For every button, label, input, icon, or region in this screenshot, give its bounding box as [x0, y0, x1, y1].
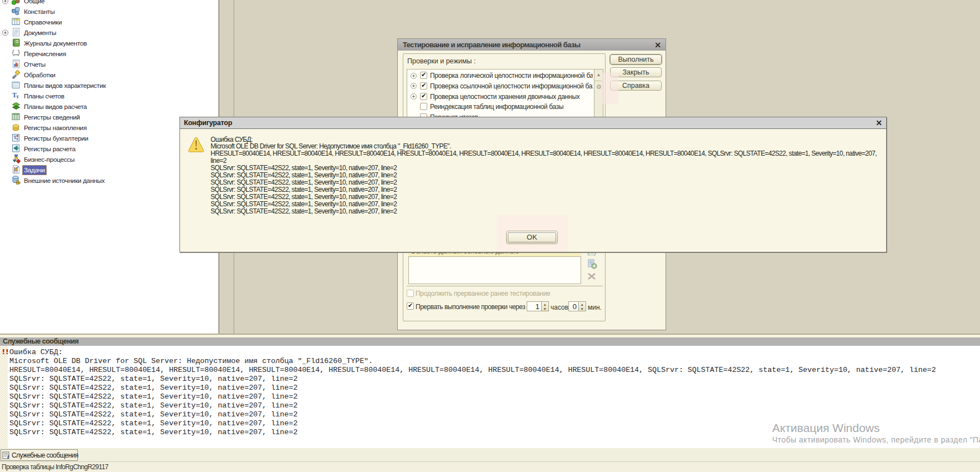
svg-text:т: т	[16, 93, 19, 100]
svg-text:т: т	[16, 136, 18, 141]
